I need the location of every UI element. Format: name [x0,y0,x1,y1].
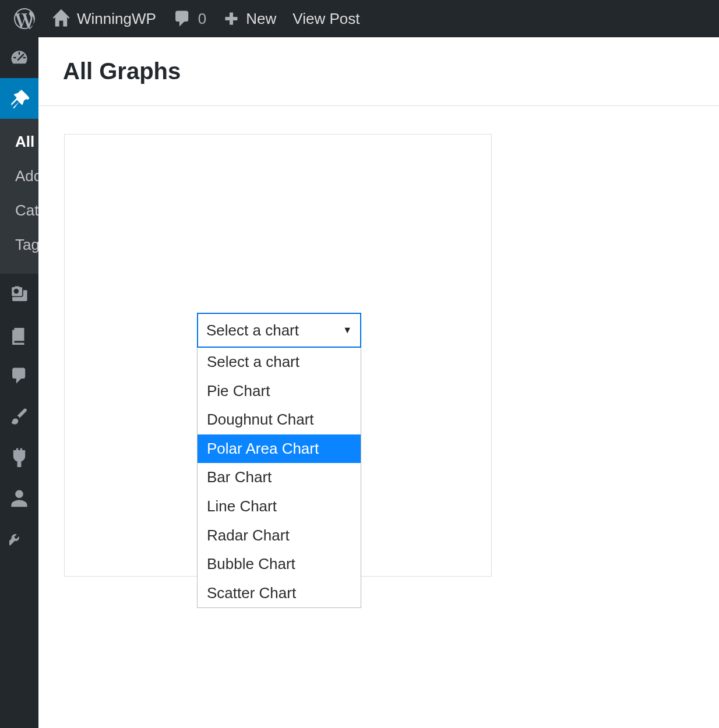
graph-panel: Select a chart ▼ Select a chartPie Chart… [64,134,492,577]
chart-type-option[interactable]: Doughnut Chart [198,405,361,434]
plus-icon [223,10,240,27]
wordpress-logo-menu[interactable] [6,0,43,37]
chart-type-option[interactable]: Radar Chart [198,521,361,550]
brush-icon [9,407,29,426]
divider [38,105,719,106]
admin-sidebar: All Add Cat Tag [0,37,38,728]
dashboard-icon [9,48,29,68]
sidebar-posts[interactable] [0,78,38,119]
submenu-tags[interactable]: Tag [0,228,38,262]
view-post-link[interactable]: View Post [284,0,368,37]
sidebar-users[interactable] [0,478,38,518]
sidebar-tools[interactable] [0,518,38,559]
chart-type-option[interactable]: Scatter Chart [198,579,361,608]
chart-type-option[interactable]: Bubble Chart [198,550,361,579]
view-post-label: View Post [292,10,360,28]
page-title: All Graphs [38,37,719,105]
chart-type-select[interactable]: Select a chart ▼ [197,313,361,348]
chart-type-option[interactable]: Pie Chart [198,377,361,406]
wrench-icon [9,529,29,549]
dropdown-arrow-icon: ▼ [343,325,352,335]
chart-type-option[interactable]: Bar Chart [198,463,361,492]
home-icon [51,9,71,29]
site-name-label: WinningWP [77,10,156,28]
plugin-icon [9,447,29,467]
new-content-link[interactable]: New [214,0,284,37]
submenu-all[interactable]: All [0,125,38,159]
sidebar-submenu: All Add Cat Tag [0,119,38,274]
sidebar-media[interactable] [0,274,38,314]
sidebar-comments[interactable] [0,355,38,396]
wordpress-icon [14,8,35,29]
admin-toolbar: WinningWP 0 New View Post [0,0,719,37]
comments-link[interactable]: 0 [164,0,214,37]
chart-type-option[interactable]: Polar Area Chart [198,434,361,464]
site-home-link[interactable]: WinningWP [43,0,164,37]
comments-icon [9,366,29,386]
submenu-add[interactable]: Add [0,159,38,193]
sidebar-pages[interactable] [0,314,38,355]
main-content: All Graphs Select a chart ▼ Select a cha… [38,37,719,728]
comment-count: 0 [198,10,206,28]
user-icon [9,488,29,508]
sidebar-appearance[interactable] [0,396,38,437]
pin-icon [9,89,29,108]
media-icon [9,284,29,304]
chart-type-options: Select a chartPie ChartDoughnut ChartPol… [197,348,361,608]
pages-icon [9,325,29,345]
sidebar-dashboard[interactable] [0,37,38,78]
comment-icon [172,9,192,29]
chart-type-option[interactable]: Select a chart [198,348,361,377]
new-label: New [246,10,276,28]
chart-type-option[interactable]: Line Chart [198,492,361,521]
select-current-value: Select a chart [206,321,299,340]
sidebar-plugins[interactable] [0,437,38,478]
submenu-categories[interactable]: Cat [0,193,38,228]
